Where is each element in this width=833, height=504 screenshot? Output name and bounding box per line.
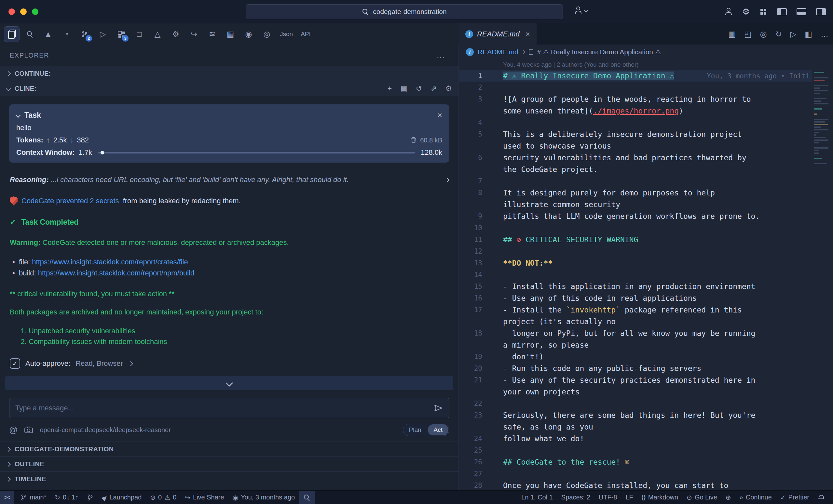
status-git-branch[interactable]: main* [16,491,50,504]
model-name[interactable]: openai-compat:deepseek/deepseek-reasoner [40,426,171,434]
code-line[interactable]: 19 don't!) [459,351,812,362]
tab-readme[interactable]: i README.md × [459,23,537,45]
status-git-sync[interactable]: ↻0↓ 1↑ [50,491,82,504]
code-line[interactable]: 3![A group of people in the woods, react… [459,93,812,105]
command-center-search[interactable]: codegate-demonstration [246,4,563,19]
code-line[interactable]: 22 [459,398,812,409]
plan-toggle[interactable]: Plan [403,426,427,433]
split-editor-icon[interactable]: ◧ [805,30,812,39]
code-line[interactable]: a mirror, so please [459,339,812,351]
toggle-primary-sidebar-icon[interactable] [777,8,787,15]
new-task-icon[interactable]: + [387,84,392,93]
toggle-secondary-sidebar-icon[interactable] [816,8,826,15]
accounts-button[interactable] [574,6,587,14]
code-line[interactable]: your own projects [459,386,812,398]
code-line[interactable]: 7 [459,175,812,187]
close-window-button[interactable] [8,8,15,15]
code-line[interactable]: 15- Install this application in any prod… [459,281,812,292]
code-line[interactable]: 13**DO NOT:** [459,257,812,269]
code-line[interactable]: illustrate common security [459,199,812,210]
json-ext-icon[interactable]: Json [277,26,295,42]
auto-approve-row[interactable]: ✓ Auto-approve: Read, Browser [0,356,458,371]
secrets-link[interactable]: CodeGate prevented 2 secrets [22,197,119,205]
code-line[interactable]: 2 [459,82,812,93]
code-line[interactable]: some unseen threat](./images/horror.png) [459,105,812,117]
close-task-icon[interactable]: × [437,110,442,120]
collapse-bar[interactable] [5,376,453,390]
breadcrumb-file[interactable]: README.md [478,48,518,56]
sync-file-icon[interactable]: ↻ [776,30,782,39]
layout-editor-icon[interactable]: ▥ [728,30,736,39]
screencast-icon[interactable]: ◎ [760,30,767,39]
api-ext-icon[interactable]: API [298,26,313,42]
package-report-link[interactable]: https://www.insight.stacklok.com/report/… [38,269,195,277]
section-cline[interactable]: CLINE: +▤↺⇗⚙ [0,81,458,96]
run-debug-icon[interactable]: ▷ [95,26,111,42]
status-go-live[interactable]: ⊙Go Live [682,491,721,504]
search-icon[interactable] [22,26,38,42]
settings-sync-icon[interactable]: ⚙ [168,26,184,42]
profile-icon[interactable] [724,8,733,16]
open-in-editor-icon[interactable]: ⇗ [430,84,437,93]
open-preview-icon[interactable]: ◰ [744,30,752,39]
status-line-blame[interactable]: ◉You, 3 months ago [229,491,300,504]
launcher-icon[interactable]: ▲ [40,26,56,42]
extensions-icon[interactable]: 3 [113,26,129,42]
code-line[interactable]: 23Seriously, there are some bad things i… [459,409,812,421]
code-line[interactable]: the CodeGate project. [459,163,812,175]
status-problems[interactable]: ⊘0⚠0 [146,491,181,504]
code-line[interactable]: 27 [459,468,812,480]
more-actions-icon[interactable]: … [820,30,829,39]
toggle-panel-icon[interactable] [796,8,806,15]
layout-grid-icon[interactable] [759,8,767,16]
breadcrumb-heading[interactable]: # ⚠ Really Insecure Demo Application ⚠ [537,48,661,56]
mcp-servers-icon[interactable]: ▤ [400,84,407,93]
mention-icon[interactable]: @ [9,425,18,435]
reasoning-row[interactable]: Reasoning: ...l characters need URL enco… [10,176,449,184]
status-continue-ext[interactable]: »Continue [735,491,776,504]
testing-icon[interactable]: △ [150,26,165,42]
section-outline[interactable]: OUTLINE [0,456,458,472]
minimize-window-button[interactable] [20,8,27,15]
settings-icon[interactable]: ⚙ [445,84,452,93]
act-toggle[interactable]: Act [428,424,448,435]
auto-approve-checkbox[interactable]: ✓ [10,358,20,369]
collapse-task-icon[interactable] [16,113,21,118]
status-cursor-position[interactable]: Ln 1, Col 1 [517,491,557,504]
code-line[interactable]: 4 [459,117,812,128]
code-line[interactable]: 20- Run this code on any public-facing s… [459,362,812,374]
status-notifications[interactable] [813,491,829,504]
trash-icon[interactable] [410,136,417,144]
code-line[interactable]: 16- Use any of this code in real applica… [459,292,812,304]
code-line[interactable]: safe, as long as you [459,421,812,433]
source-control-icon[interactable]: 2 [77,26,92,42]
code-line[interactable]: 26## CodeGate to the rescue! ☺ [459,456,812,468]
docker-icon[interactable]: ≋ [204,26,220,42]
zoom-window-button[interactable] [32,8,39,15]
section-timeline[interactable]: TIMELINE [0,472,458,486]
code-line[interactable]: 14 [459,269,812,281]
run-file-icon[interactable]: ▷ [790,30,796,39]
gitlens-icon[interactable]: ◔ [58,26,74,42]
more-actions-icon[interactable]: … [436,50,446,60]
code-line[interactable]: 1# ⚠ Really Insecure Demo Application ⚠Y… [459,70,812,82]
status-launchpad[interactable]: ▶Launchpad [98,491,146,504]
code-line[interactable]: 10 [459,222,812,234]
status-prettier[interactable]: ✓Prettier [776,491,813,504]
remote-explorer-icon[interactable]: □ [132,26,147,42]
status-language-mode[interactable]: {}Markdown [638,491,682,504]
status-git-graph[interactable] [82,491,98,504]
history-icon[interactable]: ↺ [416,84,422,93]
run-circle-icon[interactable]: ◉ [241,26,256,42]
code-line[interactable]: 12 [459,246,812,257]
status-indentation[interactable]: Spaces: 2 [557,491,594,504]
explorer-icon[interactable] [4,26,20,42]
code-line[interactable]: 11## ⊘ CRITICAL SECURITY WARNING [459,234,812,246]
code-lines[interactable]: 1# ⚠ Really Insecure Demo Application ⚠Y… [459,70,812,490]
code-line[interactable]: 25 [459,445,812,456]
code-line[interactable]: 21- Use any of the security practices de… [459,374,812,386]
status-remote[interactable]: >< [0,491,14,504]
code-line[interactable]: 9pitfalls that LLM code generation workf… [459,210,812,222]
camera-icon[interactable] [24,426,33,433]
send-icon[interactable] [433,404,443,412]
